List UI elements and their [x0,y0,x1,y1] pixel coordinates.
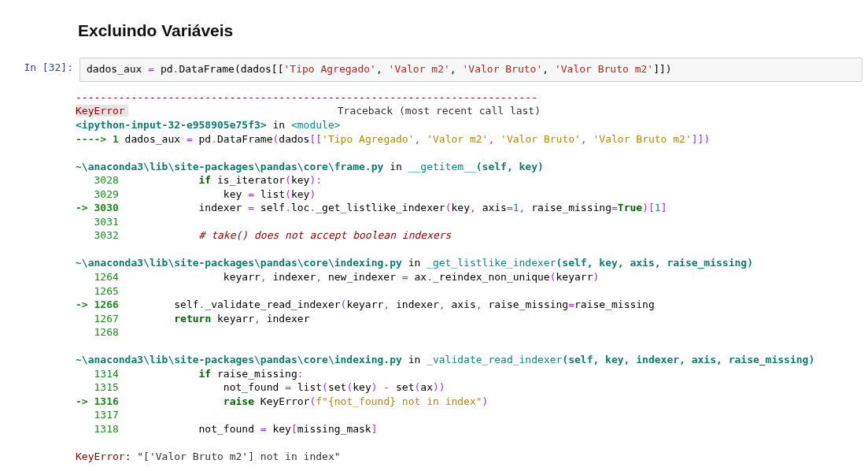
tb-text: dados [279,133,309,145]
tb-text: key [291,174,309,186]
code-token: , [542,63,555,75]
tb-frame-file: <ipython-input-32-e958905e75f3> [76,119,267,131]
tb-str: not in index [396,395,476,407]
output-row: ----------------------------------------… [5,89,863,470]
tb-text: ax [408,271,427,283]
tb-arrow: -> 3030 [76,202,119,213]
tb-text: indexer [272,271,316,283]
tb-text: not_found [119,423,260,435]
code-token: , [376,63,389,75]
tb-text: : [125,451,138,462]
traceback-output[interactable]: ----------------------------------------… [72,89,863,470]
tb-dashline: ----------------------------------------… [76,91,537,103]
tb-frame-file: ~\anaconda3\lib\site-packages\pandas\cor… [76,257,402,269]
tb-kw: if [199,368,212,380]
tb-op: ) [482,395,489,407]
tb-frame-sig: (self, key) [476,161,544,172]
tb-op: = [402,271,408,283]
tb-op: [ [648,202,655,213]
tb-frame-func: _validate_read_indexer [427,354,562,365]
tb-op: = [248,202,254,213]
tb-lineno: 3029 [76,188,119,200]
tb-kw: raise [223,395,254,407]
tb-text: raise_missing [488,299,568,310]
tb-op: - [378,381,396,393]
tb-text: pd [193,133,211,145]
tb-kw: if [199,174,212,186]
tb-op: ) [593,271,600,283]
tb-error-name: KeyError [76,105,128,117]
code-token: = [142,63,160,75]
tb-lineno: 1265 [76,285,119,297]
tb-op: . [427,271,433,283]
tb-op: [ [291,423,297,435]
tb-text: key [451,202,469,213]
tb-str: 'Tipo Agregado' [322,133,414,145]
tb-final-error-name: KeyError [76,451,125,462]
tb-op: , [415,133,427,145]
tb-op: = [285,381,291,393]
code-token: 'Tipo Agregado' [284,63,376,75]
code-token: 'Valor m2' [389,63,450,75]
code-token: DataFrame [179,63,234,75]
tb-text: is_iterator [211,174,285,186]
tb-op: = [248,188,254,200]
tb-lineno: 3028 [76,174,119,186]
tb-text: KeyError [260,395,310,407]
tb-text: DataFrame [217,133,272,145]
code-token: dados [241,63,271,75]
tb-op: : [316,174,322,186]
tb-op: : [297,368,304,380]
tb-op: ( [322,381,328,393]
tb-lineno: 1315 [76,381,119,393]
tb-text: raise_missing [211,368,297,380]
tb-frame-func: <module> [291,119,341,131]
code-token: 'Valor Bruto m2' [555,63,653,75]
tb-text: loc [291,202,309,213]
code-token: ]] [653,63,666,75]
code-input-area[interactable]: dados_aux = pd.DataFrame(dados[['Tipo Ag… [79,57,862,82]
tb-text: keyarr [556,271,593,283]
tb-text: indexer [267,313,310,325]
tb-op: , [488,133,500,145]
tb-lineno: 1267 [76,313,119,325]
tb-text: in [267,119,291,131]
tb-text: keyarr [211,313,254,325]
tb-str: " [476,395,482,407]
tb-lineno: 1318 [76,423,119,435]
markdown-cell[interactable]: Excluindo Variáveis [5,6,863,50]
tb-op: ) [309,188,316,200]
code-token: ( [235,63,241,75]
tb-text: ax [420,381,433,393]
tb-op: ) [642,202,648,213]
tb-op: = [187,133,193,145]
tb-text: in [383,161,408,172]
tb-op: ( [285,188,291,200]
tb-text: in [402,354,427,365]
tb-op: , [581,133,593,145]
tb-text: indexer [396,299,439,310]
tb-header: Traceback (most recent call last) [128,105,541,117]
tb-str: {not_found} [328,395,396,407]
code-token: , [450,63,463,75]
tb-op: , [519,202,532,213]
notebook-container: Excluindo Variáveis In [32]: dados_aux =… [0,0,868,471]
tb-op: ( [550,271,556,283]
markdown-heading: Excluindo Variáveis [78,21,862,40]
tb-frame-file: ~\anaconda3\lib\site-packages\pandas\cor… [76,354,402,365]
code-token: 'Valor Bruto' [463,63,543,75]
tb-text: _reindex_non_unique [433,271,550,283]
tb-frame-func: __getitem__ [408,161,476,172]
tb-text: _validate_read_indexer [205,299,340,310]
tb-text: list [291,381,322,393]
tb-text: in [402,257,427,269]
tb-text: missing_mask [297,423,371,435]
tb-text: dados_aux [119,133,187,145]
tb-frame-func: _get_listlike_indexer [427,257,556,269]
tb-arrow: -> 1266 [76,299,119,310]
tb-text: set [396,381,414,393]
tb-lineno: 1317 [76,409,119,421]
tb-str: 'Valor Bruto m2' [593,133,692,145]
code-token: ) [666,63,672,75]
tb-op: ) [371,381,378,393]
